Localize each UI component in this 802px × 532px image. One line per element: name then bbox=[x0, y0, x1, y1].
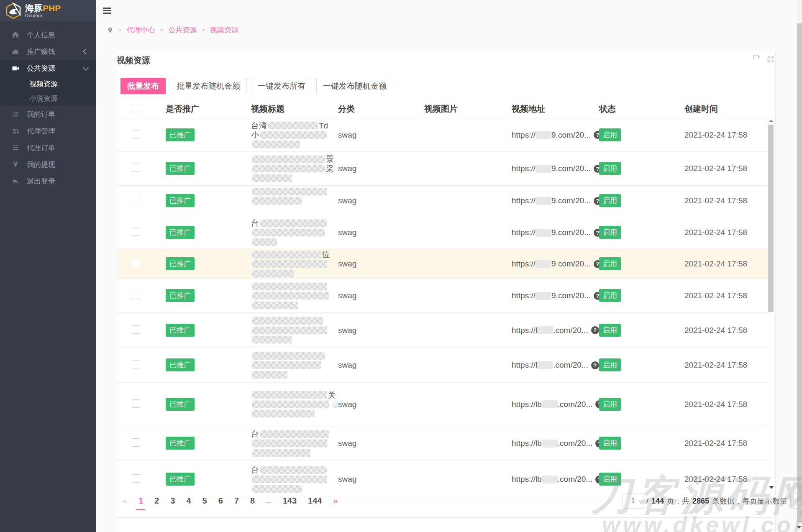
promoted-badge[interactable]: 已推广 bbox=[166, 257, 195, 270]
sidebar-open-section: 公共资源 视频资源 小说资源 bbox=[0, 60, 96, 106]
censored-url-block bbox=[536, 229, 551, 237]
status-badge[interactable]: 启用 bbox=[599, 289, 621, 302]
promoted-badge[interactable]: 已推广 bbox=[166, 324, 195, 337]
row-checkbox[interactable] bbox=[132, 291, 140, 299]
created-at-value: 2021-02-24 17:58 bbox=[684, 475, 747, 484]
row-checkbox[interactable] bbox=[132, 164, 140, 172]
status-badge[interactable]: 启用 bbox=[599, 162, 621, 175]
sidebar-item-agent-management[interactable]: 代理管理 bbox=[0, 123, 96, 139]
table-row: 已推广 swag https://l.com/20... ? 启用 2021-0… bbox=[117, 348, 768, 383]
table-scroll-down-arrow[interactable] bbox=[769, 486, 774, 489]
sidebar-subitem-label: 小说资源 bbox=[29, 94, 58, 103]
row-checkbox[interactable] bbox=[132, 196, 140, 204]
sidebar-toggle-button[interactable] bbox=[103, 8, 111, 14]
promoted-badge[interactable]: 已推广 bbox=[166, 226, 195, 239]
status-badge[interactable]: 启用 bbox=[599, 358, 621, 371]
censored-block bbox=[252, 410, 315, 418]
sidebar-item-public-resources[interactable]: 公共资源 bbox=[0, 60, 96, 77]
row-checkbox[interactable] bbox=[132, 438, 140, 447]
page-info-slash: / bbox=[646, 497, 648, 506]
table-scrollbar-thumb[interactable] bbox=[768, 125, 774, 312]
pagination-page-144[interactable]: 144 bbox=[308, 496, 322, 506]
status-badge[interactable]: 启用 bbox=[599, 398, 621, 411]
table-scroll-up-arrow[interactable] bbox=[769, 120, 774, 122]
location-pin-icon bbox=[107, 26, 113, 34]
promoted-badge[interactable]: 已推广 bbox=[166, 162, 195, 175]
help-icon[interactable]: ? bbox=[591, 361, 599, 369]
status-badge[interactable]: 启用 bbox=[599, 257, 621, 270]
status-badge[interactable]: 启用 bbox=[599, 128, 621, 141]
sidebar-subitem-video-resources[interactable]: 视频资源 bbox=[0, 77, 96, 91]
category-value: swag bbox=[338, 439, 356, 448]
created-at-value: 2021-02-24 17:58 bbox=[684, 400, 747, 409]
video-title-censored bbox=[251, 316, 328, 345]
sidebar-item-label: 我的提现 bbox=[27, 160, 55, 169]
censored-block bbox=[252, 371, 287, 379]
sidebar-item-agent-orders[interactable]: 代理订单 bbox=[0, 139, 96, 156]
sidebar-item-my-orders[interactable]: 我的订单 bbox=[0, 106, 96, 123]
status-badge[interactable]: 启用 bbox=[599, 194, 621, 207]
status-badge[interactable]: 启用 bbox=[599, 324, 621, 337]
pagination-page-7[interactable]: 7 bbox=[234, 496, 239, 506]
promoted-badge[interactable]: 已推广 bbox=[166, 289, 195, 302]
row-checkbox[interactable] bbox=[132, 130, 140, 138]
pagination-next[interactable]: » bbox=[333, 496, 338, 506]
page-scroll-down-arrow[interactable] bbox=[797, 526, 801, 529]
row-checkbox[interactable] bbox=[132, 360, 140, 368]
censored-block bbox=[252, 229, 325, 237]
page-scrollbar-thumb[interactable] bbox=[797, 23, 802, 522]
pagination-page-1[interactable]: 1 bbox=[138, 496, 143, 506]
refresh-icon[interactable] bbox=[752, 55, 761, 64]
page-title: 视频资源 bbox=[117, 55, 150, 66]
censored-url-block bbox=[542, 400, 558, 408]
batch-publish-random-amount-button[interactable]: 批量发布随机金额 bbox=[170, 78, 247, 94]
status-badge[interactable]: 启用 bbox=[599, 226, 621, 239]
promoted-badge[interactable]: 已推广 bbox=[166, 437, 195, 450]
pagination-page-143[interactable]: 143 bbox=[283, 496, 297, 506]
pagination-page-6[interactable]: 6 bbox=[218, 496, 223, 506]
pagination-page-3[interactable]: 3 bbox=[170, 496, 175, 506]
sidebar-item-label: 个人信息 bbox=[27, 30, 55, 40]
fullscreen-icon[interactable] bbox=[766, 55, 775, 64]
category-value: swag bbox=[338, 228, 356, 237]
pagination-prev[interactable]: « bbox=[123, 496, 127, 506]
row-checkbox[interactable] bbox=[132, 325, 140, 334]
one-click-publish-random-amount-button[interactable]: 一键发布随机金额 bbox=[316, 78, 393, 94]
one-click-publish-all-button[interactable]: 一键发布所有 bbox=[251, 78, 312, 94]
sidebar-item-my-withdrawal[interactable]: ¥ 我的提现 bbox=[0, 156, 96, 173]
table-row: 已推广 swag https://l.com/20... ? 启用 2021-0… bbox=[117, 313, 768, 348]
row-checkbox[interactable] bbox=[132, 399, 140, 408]
video-url: https://lb.com/20... ? bbox=[512, 400, 603, 409]
page-number-input[interactable] bbox=[623, 494, 643, 509]
pagination-page-4[interactable]: 4 bbox=[187, 496, 191, 506]
video-title-censored bbox=[251, 281, 330, 310]
total-records: 2865 bbox=[692, 497, 709, 506]
sidebar-item-promotion[interactable]: 推广赚钱 bbox=[0, 43, 96, 60]
breadcrumb-link-public-resources[interactable]: 公共资源 bbox=[168, 25, 197, 35]
promoted-badge[interactable]: 已推广 bbox=[166, 398, 195, 411]
row-checkbox[interactable] bbox=[132, 474, 140, 483]
promoted-badge[interactable]: 已推广 bbox=[166, 358, 195, 371]
pagination-page-2[interactable]: 2 bbox=[154, 496, 159, 506]
status-badge[interactable]: 启用 bbox=[599, 473, 621, 486]
app-logo[interactable]: 海豚PHP Dolphin bbox=[0, 0, 96, 21]
select-all-checkbox[interactable] bbox=[132, 104, 140, 112]
row-checkbox[interactable] bbox=[132, 228, 140, 236]
censored-block bbox=[252, 165, 325, 173]
promoted-badge[interactable]: 已推广 bbox=[166, 128, 195, 141]
breadcrumb-link-video-resources[interactable]: 视频资源 bbox=[210, 25, 238, 35]
promoted-badge[interactable]: 已推广 bbox=[166, 194, 195, 207]
sidebar-item-personal-info[interactable]: 个人信息 bbox=[0, 26, 96, 43]
row-checkbox[interactable] bbox=[132, 259, 140, 267]
table-row: 已推广 关 swag https://lb.com/20... ? 启用 202… bbox=[117, 383, 768, 426]
pagination-page-5[interactable]: 5 bbox=[202, 496, 207, 506]
pagination-page-8[interactable]: 8 bbox=[250, 496, 255, 506]
sidebar-item-logout[interactable]: 退出登录 bbox=[0, 173, 96, 189]
promoted-badge[interactable]: 已推广 bbox=[166, 473, 195, 486]
breadcrumb-link-agent-center[interactable]: 代理中心 bbox=[127, 25, 155, 35]
help-icon[interactable]: ? bbox=[591, 326, 599, 334]
sidebar-subitem-novel-resources[interactable]: 小说资源 bbox=[0, 91, 96, 106]
cloud-icon bbox=[11, 48, 20, 56]
batch-publish-button[interactable]: 批量发布 bbox=[120, 78, 166, 94]
status-badge[interactable]: 启用 bbox=[599, 437, 621, 450]
